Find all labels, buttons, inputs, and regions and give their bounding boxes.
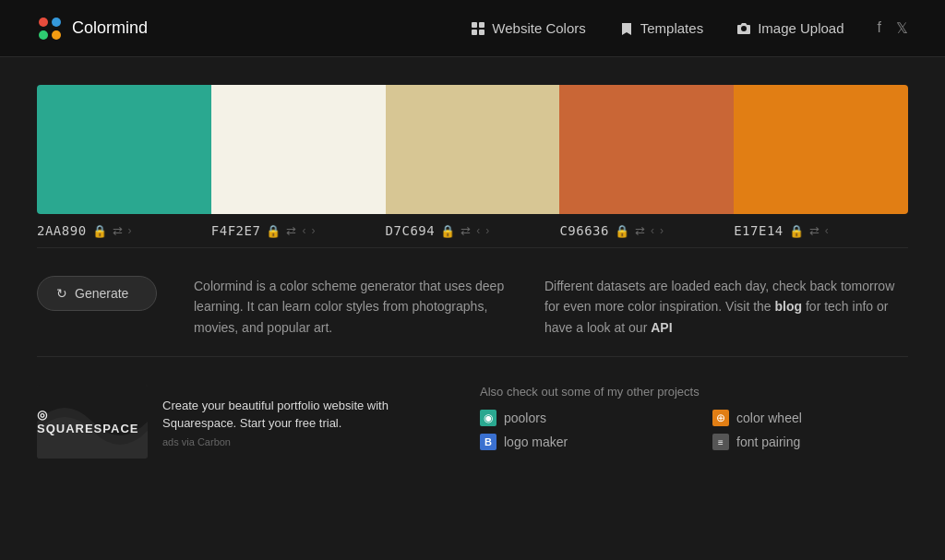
- svg-rect-4: [472, 22, 477, 28]
- logo-text: Colormind: [72, 18, 148, 38]
- svg-point-0: [39, 18, 48, 27]
- color-control-0: 2AA890 🔒 ⇄ ›: [37, 214, 211, 248]
- color-control-3: C96636 🔒 ⇄ ‹ ›: [559, 214, 734, 248]
- bookmark-icon: [619, 21, 634, 36]
- section-divider: [37, 356, 908, 357]
- arrow-right-1[interactable]: ›: [311, 224, 315, 237]
- palette-controls: 2AA890 🔒 ⇄ › F4F2E7 🔒 ⇄ ‹ › D7C694 🔒 ⇄ ‹…: [37, 214, 908, 248]
- facebook-icon[interactable]: f: [878, 19, 881, 37]
- color-control-2: D7C694 🔒 ⇄ ‹ ›: [386, 214, 560, 248]
- svg-rect-5: [479, 22, 484, 28]
- color-control-4: E17E14 🔒 ⇄ ‹: [734, 214, 908, 248]
- svg-point-3: [52, 30, 61, 40]
- swatch-2[interactable]: [386, 85, 560, 214]
- adjust-icon-4[interactable]: ⇄: [809, 224, 819, 238]
- hex-4: E17E14: [734, 223, 784, 238]
- lock-icon-2[interactable]: 🔒: [440, 224, 455, 238]
- swatch-3[interactable]: [559, 85, 734, 214]
- description-right: Different datasets are loaded each day, …: [544, 276, 895, 338]
- main-nav: Website Colors Templates Image Upload: [471, 20, 843, 36]
- hex-2: D7C694: [386, 223, 436, 238]
- generate-label: Generate: [75, 286, 128, 301]
- camera-icon: [736, 21, 751, 36]
- ad-source: ads via Carbon: [162, 436, 443, 447]
- social-links: f 𝕏: [878, 19, 908, 37]
- poolors-label: poolors: [504, 411, 546, 425]
- hex-1: F4F2E7: [211, 223, 261, 238]
- svg-rect-7: [479, 30, 484, 35]
- arrow-right-2[interactable]: ›: [485, 224, 489, 237]
- lock-icon-1[interactable]: 🔒: [266, 224, 281, 238]
- swatch-0[interactable]: [37, 85, 211, 214]
- arrow-left-3[interactable]: ‹: [651, 224, 654, 237]
- project-font-pairing[interactable]: ≡ font pairing: [712, 434, 908, 450]
- nav-templates-label: Templates: [640, 20, 703, 36]
- nav-website-colors[interactable]: Website Colors: [471, 20, 585, 36]
- project-poolors[interactable]: ◉ poolors: [480, 410, 676, 426]
- font-pairing-label: font pairing: [736, 435, 800, 449]
- color-control-1: F4F2E7 🔒 ⇄ ‹ ›: [211, 214, 386, 248]
- description-left: Colormind is a color scheme generator th…: [194, 276, 508, 338]
- arrow-left-1[interactable]: ‹: [302, 224, 305, 237]
- swatch-1[interactable]: [211, 85, 386, 214]
- api-link[interactable]: API: [651, 320, 672, 335]
- svg-rect-6: [472, 30, 477, 35]
- adjust-icon-1[interactable]: ⇄: [286, 224, 296, 238]
- poolors-icon: ◉: [480, 410, 496, 426]
- adjust-icon-3[interactable]: ⇄: [635, 224, 645, 238]
- logo-maker-label: logo maker: [504, 435, 568, 449]
- svg-point-2: [39, 30, 48, 40]
- lock-icon-0[interactable]: 🔒: [92, 224, 107, 238]
- ad-text-block: Create your beautiful portfolio website …: [162, 397, 443, 447]
- colormind-logo-icon: [37, 16, 63, 42]
- font-pairing-icon: ≡: [712, 434, 729, 450]
- projects-grid: ◉ poolors ⊕ color wheel B logo maker ≡ f…: [480, 410, 908, 450]
- project-color-wheel[interactable]: ⊕ color wheel: [712, 410, 908, 426]
- twitter-icon[interactable]: 𝕏: [896, 19, 908, 37]
- footer-section: ◎ SQUARESPACE Create your beautiful port…: [37, 375, 908, 468]
- ad-title: Create your beautiful portfolio website …: [162, 397, 443, 433]
- generate-button[interactable]: ↻ Generate: [37, 276, 157, 311]
- grid-icon: [471, 21, 485, 36]
- nav-image-upload[interactable]: Image Upload: [736, 20, 843, 36]
- adjust-icon-0[interactable]: ⇄: [113, 224, 123, 238]
- other-projects: Also check out some of my other projects…: [480, 385, 908, 450]
- lock-icon-4[interactable]: 🔒: [789, 224, 804, 238]
- color-palette: [37, 85, 908, 214]
- color-wheel-icon: ⊕: [712, 410, 729, 426]
- adjust-icon-2[interactable]: ⇄: [461, 224, 471, 238]
- arrow-right-3[interactable]: ›: [660, 224, 664, 237]
- nav-image-upload-label: Image Upload: [758, 20, 843, 36]
- arrow-right-0[interactable]: ›: [128, 224, 132, 237]
- hex-0: 2AA890: [37, 223, 87, 238]
- logo-area: Colormind: [37, 16, 148, 42]
- refresh-icon: ↻: [56, 286, 67, 301]
- hex-3: C96636: [559, 223, 609, 238]
- blog-link[interactable]: blog: [775, 299, 803, 314]
- ad-image: ◎ SQUARESPACE: [37, 385, 148, 459]
- arrow-left-4[interactable]: ‹: [825, 224, 829, 237]
- nav-website-colors-label: Website Colors: [492, 20, 585, 36]
- nav-templates[interactable]: Templates: [619, 20, 703, 36]
- squarespace-icon: ◎ SQUARESPACE: [37, 408, 148, 435]
- arrow-left-2[interactable]: ‹: [476, 224, 480, 237]
- lock-icon-3[interactable]: 🔒: [615, 224, 629, 238]
- logo-maker-icon: B: [480, 434, 496, 450]
- ad-block: ◎ SQUARESPACE Create your beautiful port…: [37, 385, 443, 459]
- color-wheel-label: color wheel: [736, 411, 802, 425]
- bottom-section: ↻ Generate Colormind is a color scheme g…: [37, 276, 908, 338]
- swatch-4[interactable]: [734, 85, 908, 214]
- svg-point-1: [52, 18, 61, 27]
- other-projects-title: Also check out some of my other projects: [480, 385, 908, 399]
- project-logo-maker[interactable]: B logo maker: [480, 434, 676, 450]
